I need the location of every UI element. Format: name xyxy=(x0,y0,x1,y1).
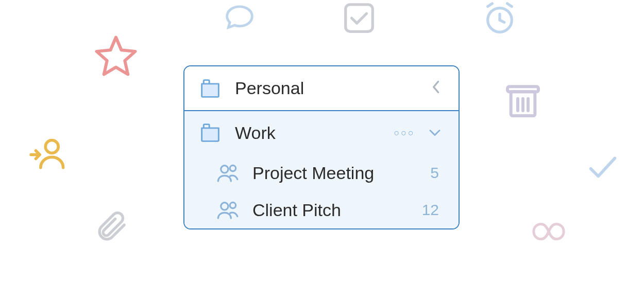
star-icon xyxy=(93,33,139,82)
list-item-label: Project Meeting xyxy=(252,163,430,183)
svg-line-4 xyxy=(500,20,504,22)
chevron-down-icon[interactable] xyxy=(426,123,444,142)
chevron-left-icon[interactable] xyxy=(429,78,444,99)
trash-icon xyxy=(502,80,544,123)
folder-section-work: Work ○○○ Project Meeting 5 xyxy=(184,111,459,228)
people-icon xyxy=(215,163,241,183)
folder-icon xyxy=(199,78,222,99)
folder-label: Work xyxy=(235,123,394,143)
svg-line-6 xyxy=(507,4,512,7)
paperclip-icon xyxy=(93,206,129,249)
folder-row-work[interactable]: Work ○○○ xyxy=(184,111,459,154)
list-item-label: Client Pitch xyxy=(252,200,422,220)
infinity-icon xyxy=(523,216,574,249)
svg-point-16 xyxy=(221,203,228,210)
item-count: 12 xyxy=(422,201,444,219)
svg-point-14 xyxy=(221,166,228,173)
folder-icon xyxy=(199,122,222,143)
chat-bubble-icon xyxy=(222,1,258,37)
more-options-icon[interactable]: ○○○ xyxy=(394,128,415,138)
checkbox-icon xyxy=(341,0,377,38)
svg-rect-1 xyxy=(346,5,373,32)
svg-rect-10 xyxy=(507,86,538,92)
list-item-client-pitch[interactable]: Client Pitch 12 xyxy=(184,191,459,228)
svg-marker-0 xyxy=(97,38,135,75)
svg-point-7 xyxy=(45,140,58,153)
folder-row-personal[interactable]: Personal xyxy=(184,66,459,111)
item-count: 5 xyxy=(430,164,444,182)
assign-user-icon xyxy=(29,134,68,174)
svg-point-15 xyxy=(230,165,235,171)
svg-point-17 xyxy=(230,202,235,208)
alarm-clock-icon xyxy=(482,1,518,39)
folder-list-panel: Personal Work ○○○ xyxy=(183,65,460,229)
svg-line-5 xyxy=(488,4,493,7)
folder-label: Personal xyxy=(235,78,429,98)
checkmark-icon xyxy=(582,149,623,187)
people-icon xyxy=(215,200,241,220)
list-item-project-meeting[interactable]: Project Meeting 5 xyxy=(184,154,459,191)
